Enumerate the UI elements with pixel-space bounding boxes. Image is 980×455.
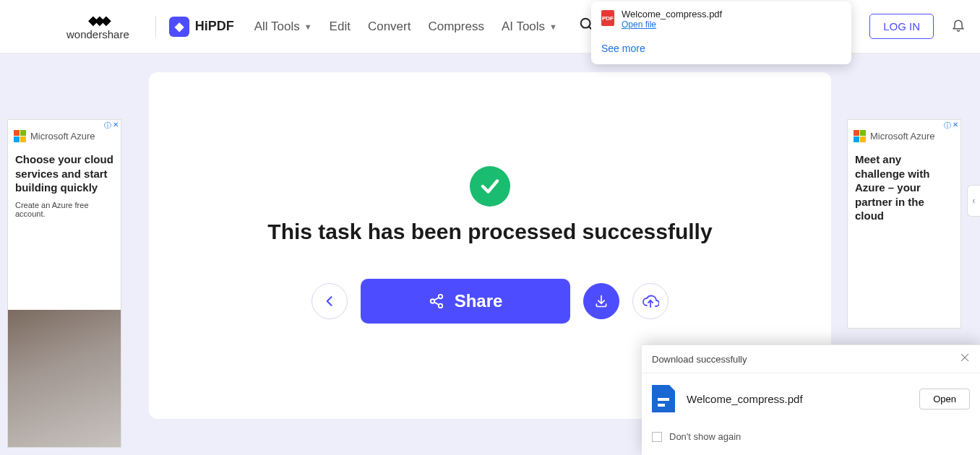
nav-label: AI Tools (502, 20, 545, 34)
svg-line-6 (434, 302, 438, 305)
cloud-upload-icon (642, 292, 659, 310)
action-row: Share (311, 279, 669, 324)
wondershare-mark-icon: ◆◆◆ (88, 12, 108, 28)
pdf-icon: PDF (601, 10, 614, 26)
download-icon (594, 294, 609, 308)
login-button[interactable]: LOG IN (869, 14, 934, 39)
toast-filename: Welcome_compress.pdf (687, 393, 908, 405)
open-label: Open (933, 394, 956, 404)
nav-convert[interactable]: Convert (368, 20, 411, 34)
ad-left[interactable]: ⓘ✕ Microsoft Azure Choose your cloud ser… (7, 119, 121, 448)
wondershare-label: wondershare (66, 28, 129, 40)
file-icon (652, 385, 675, 412)
microsoft-logo-icon (14, 130, 26, 142)
ad-right[interactable]: ⓘ✕ Microsoft Azure Meet any challenge wi… (847, 119, 961, 329)
side-expand-tab[interactable]: ‹ (967, 185, 980, 217)
nav-label: Convert (368, 20, 411, 34)
microsoft-logo-icon (854, 130, 866, 142)
close-icon (960, 352, 970, 363)
nav-all-tools[interactable]: All Tools ▼ (254, 20, 312, 34)
divider (155, 16, 156, 38)
chevron-down-icon: ▼ (304, 22, 312, 31)
share-button[interactable]: Share (361, 279, 570, 324)
ad-headline: Meet any challenge with Azure – your par… (848, 148, 960, 229)
hipdf-icon: ◆ (169, 17, 189, 37)
hipdf-logo[interactable]: ◆ HiPDF (169, 17, 234, 37)
svg-line-5 (434, 298, 438, 300)
nav-compress[interactable]: Compress (428, 20, 483, 34)
nav-label: Edit (330, 20, 351, 34)
cloud-upload-button[interactable] (632, 283, 669, 319)
adchoices-icon[interactable]: ⓘ✕ (942, 120, 960, 131)
adchoices-icon[interactable]: ⓘ✕ (102, 120, 121, 131)
browser-download-popup: PDF Welcome_compress.pdf Open file See m… (591, 1, 851, 64)
dont-show-label: Don't show again (669, 431, 741, 442)
nav-label: Compress (428, 20, 483, 34)
success-icon (470, 166, 510, 207)
wondershare-logo[interactable]: ◆◆◆ wondershare (66, 12, 129, 40)
nav-edit[interactable]: Edit (330, 20, 351, 34)
ad-brand: Microsoft Azure (870, 131, 935, 142)
chevron-left-icon (322, 294, 337, 308)
chevron-down-icon: ▼ (549, 22, 557, 31)
see-more-link[interactable]: See more (601, 43, 841, 54)
ad-image (8, 310, 121, 447)
ad-subtext: Create an Azure free account. (8, 201, 121, 224)
login-label: LOG IN (883, 20, 920, 32)
hipdf-label: HiPDF (195, 19, 234, 34)
ad-headline: Choose your cloud services and start bui… (8, 148, 121, 201)
nav-ai-tools[interactable]: AI Tools ▼ (502, 20, 557, 34)
share-label: Share (455, 291, 503, 311)
download-toast: Download successfully Welcome_compress.p… (642, 344, 980, 455)
nav-label: All Tools (254, 20, 300, 34)
header-right: LOG IN (869, 14, 966, 39)
download-button[interactable] (583, 283, 619, 319)
notifications-button[interactable] (951, 17, 966, 35)
toast-open-button[interactable]: Open (919, 389, 970, 410)
bell-icon (951, 17, 966, 32)
share-icon (429, 293, 444, 309)
chevron-left-icon: ‹ (973, 196, 976, 206)
back-button[interactable] (311, 283, 348, 319)
ad-brand: Microsoft Azure (30, 131, 95, 142)
dont-show-checkbox[interactable] (652, 432, 662, 442)
toast-title: Download successfully (652, 354, 747, 365)
success-title: This task has been processed successfull… (267, 220, 712, 244)
download-filename: Welcome_compress.pdf (622, 9, 722, 20)
toast-close-button[interactable] (960, 352, 970, 365)
open-file-link[interactable]: Open file (622, 20, 722, 30)
